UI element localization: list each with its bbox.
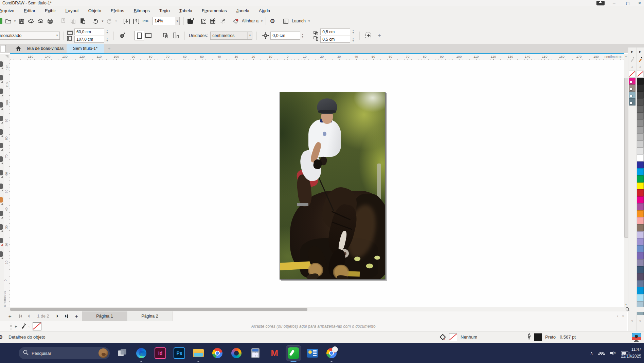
cut-icon[interactable] [59, 17, 68, 25]
minimize-button[interactable]: ─ [609, 0, 619, 6]
units-caret-icon[interactable]: ▼ [247, 32, 252, 39]
height-spinner[interactable]: ▲▼ [105, 36, 109, 43]
tool-icon-partial[interactable] [0, 61, 3, 67]
color-swatch[interactable] [637, 119, 644, 127]
redo-icon[interactable] [105, 17, 114, 25]
color-swatch[interactable] [637, 259, 644, 266]
home-tab-button[interactable] [14, 44, 23, 53]
last-page-button[interactable]: ⏵ [62, 314, 71, 319]
vertical-scroll-thumb[interactable] [624, 78, 628, 238]
current-page-icon[interactable] [171, 31, 180, 40]
color-swatch[interactable] [637, 196, 644, 204]
close-button[interactable]: ✕ [634, 0, 644, 6]
page-preset-value[interactable] [0, 33, 55, 38]
duplicate-y-input[interactable] [321, 37, 350, 42]
scale-factor-icon[interactable] [118, 31, 127, 40]
fill-indicator-icon[interactable] [439, 333, 447, 342]
undo-dropdown-caret[interactable]: ▼ [101, 20, 104, 23]
color-swatch[interactable] [637, 127, 644, 134]
color-swatch[interactable] [637, 148, 644, 155]
color-swatch[interactable] [629, 98, 636, 106]
color-swatch[interactable] [637, 161, 644, 169]
zoom-caret-icon[interactable]: ▼ [175, 17, 179, 25]
taskbar-icon-task-view[interactable] [115, 346, 130, 361]
palette-eyedropper-icon[interactable] [637, 56, 644, 62]
color-swatch[interactable] [637, 252, 644, 259]
nudge-field[interactable] [270, 32, 300, 40]
copy-icon[interactable] [68, 17, 78, 25]
units-combo[interactable]: ▼ [210, 32, 252, 40]
menu-efeitos[interactable]: Efeitos [106, 8, 129, 13]
hidden-icons-chevron[interactable]: ∧ [590, 351, 593, 356]
tab-welcome-screen[interactable]: Tela de boas-vindas [23, 44, 67, 53]
no-color-swatch[interactable] [637, 71, 644, 78]
color-swatch[interactable] [637, 245, 644, 252]
tool-icon-partial[interactable] [0, 129, 3, 135]
duplicate-x-input[interactable] [321, 30, 350, 34]
export-icon[interactable] [131, 17, 141, 25]
palette-flyout-arrow[interactable]: ▶ [637, 50, 644, 53]
show-guidelines-icon[interactable] [218, 17, 227, 25]
menu-exibir[interactable]: Exibir [40, 8, 61, 13]
first-page-button[interactable]: ⏴ [16, 314, 24, 319]
color-swatch[interactable] [637, 203, 644, 210]
show-rulers-icon[interactable] [199, 17, 208, 25]
tool-icon-partial[interactable] [0, 89, 3, 94]
horizontal-scroll-thumb[interactable] [10, 308, 307, 311]
menu-tabela[interactable]: Tabela [175, 8, 197, 13]
undo-icon[interactable] [91, 17, 101, 25]
tool-icon-partial[interactable] [0, 251, 3, 257]
menu-ferramentas[interactable]: Ferramentas [197, 8, 232, 13]
taskbar-icon-chrome[interactable] [210, 346, 225, 361]
color-swatch[interactable] [637, 183, 644, 190]
open-icon[interactable] [3, 17, 13, 25]
taskbar-icon-chrome-profile[interactable] [324, 346, 339, 361]
color-swatch[interactable] [637, 133, 644, 140]
color-settings-icon[interactable] [632, 333, 641, 340]
color-swatch[interactable] [637, 84, 644, 92]
outline-color-swatch[interactable] [534, 333, 542, 341]
prev-page-button[interactable]: ⏴ [24, 314, 33, 319]
width-spinner[interactable]: ▲▼ [105, 28, 109, 35]
color-swatch[interactable] [637, 273, 644, 280]
color-swatch[interactable] [637, 113, 644, 120]
color-swatch[interactable] [637, 210, 644, 217]
color-swatch[interactable] [637, 140, 644, 148]
taskbar-search[interactable]: Pesquisar [19, 347, 110, 359]
menu-texto[interactable]: Texto [155, 8, 175, 13]
units-value[interactable] [211, 33, 247, 38]
color-swatch[interactable] [637, 175, 644, 183]
page-tab-1[interactable]: Página 1 [82, 311, 127, 321]
color-swatch[interactable] [629, 78, 636, 85]
save-icon[interactable] [17, 17, 26, 25]
color-swatch[interactable] [629, 84, 636, 92]
status-gear-icon[interactable]: ⚙ [0, 334, 3, 340]
fill-color-swatch[interactable] [449, 333, 457, 341]
horizontal-ruler[interactable]: centímetros 1501401301201101009080706050… [10, 54, 624, 60]
tool-icon-partial[interactable] [0, 238, 3, 243]
menu-janela[interactable]: Janela [232, 8, 254, 13]
color-swatch[interactable] [637, 78, 644, 85]
ruler-origin-corner[interactable] [4, 54, 10, 60]
taskbar-clock[interactable]: 11:47 22/10/2025 [621, 346, 641, 360]
align-to-caret[interactable]: ▼ [261, 20, 263, 23]
palette-scroll-up[interactable]: ∧ [637, 65, 644, 69]
color-swatch[interactable] [637, 224, 644, 231]
color-swatch[interactable] [637, 280, 644, 287]
fullscreen-preview-icon[interactable] [185, 17, 195, 25]
tool-icon-partial[interactable] [0, 224, 3, 230]
taskbar-icon-calculator[interactable] [248, 346, 263, 361]
maximize-button[interactable]: ▢ [623, 0, 633, 6]
save-to-cloud-icon[interactable] [36, 17, 46, 25]
doc-palette-flyout-arrow[interactable]: ▶ [628, 50, 636, 53]
menu-layout[interactable]: Layout [61, 8, 84, 13]
snap-off-icon[interactable] [231, 17, 240, 25]
new-tab-plus[interactable]: ＋ [106, 46, 112, 51]
tool-icon-partial[interactable] [0, 170, 3, 175]
page-width-field[interactable] [74, 28, 104, 35]
menu-objeto[interactable]: Objeto [84, 8, 106, 13]
portrait-orientation-button[interactable] [135, 31, 144, 40]
launch-caret[interactable]: ▼ [308, 20, 310, 23]
taskbar-icon-coreldraw[interactable] [286, 346, 301, 361]
doc-palette-scroll-up[interactable]: ∧ [628, 65, 636, 69]
